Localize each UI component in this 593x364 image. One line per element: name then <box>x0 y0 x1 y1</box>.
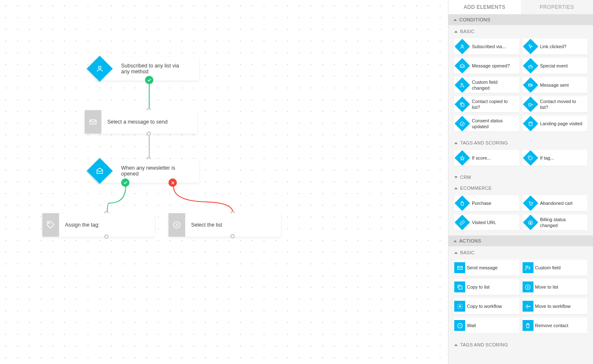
cond-message-opened[interactable]: Message opened? <box>454 58 519 74</box>
act-remove-contact[interactable]: Remove contact <box>523 318 588 333</box>
chevron-up-icon <box>454 252 458 254</box>
connector-dot[interactable] <box>230 234 235 238</box>
arrow-circle-icon <box>523 281 533 292</box>
check-circle-icon <box>455 116 470 132</box>
page-icon <box>523 116 538 132</box>
cond-if-score[interactable]: If score... <box>454 150 519 166</box>
act-move-list[interactable]: Move to list <box>523 279 588 295</box>
svg-point-8 <box>461 83 463 85</box>
node-select-message[interactable]: Select a message to send <box>85 110 197 134</box>
cond-consent[interactable]: Consent status updated <box>454 116 519 132</box>
envelope-icon <box>85 110 101 134</box>
cond-subscribed[interactable]: Subscribed via... <box>454 39 519 54</box>
gear-copy-icon <box>454 301 465 312</box>
move-icon <box>523 97 538 112</box>
cursor-icon <box>523 39 538 54</box>
svg-rect-13 <box>529 122 532 126</box>
envelope-open-icon <box>87 158 113 184</box>
svg-point-6 <box>461 45 463 46</box>
act-send-message[interactable]: Send message <box>454 260 519 276</box>
act-custom-field[interactable]: Custom field <box>523 260 588 276</box>
cond-special-event[interactable]: Special event <box>523 58 588 74</box>
cond-landing-page[interactable]: Landing page visited <box>523 116 588 132</box>
subsection-crm[interactable]: CRM <box>448 171 593 182</box>
cond-copied-to-list[interactable]: Contact copied to list? <box>454 96 519 112</box>
user-list-icon <box>523 262 533 273</box>
check-icon <box>121 178 129 187</box>
section-actions[interactable]: ACTIONS <box>448 235 593 246</box>
trash-icon <box>523 320 533 331</box>
tab-add-elements[interactable]: ADD ELEMENTS <box>448 0 521 14</box>
cond-if-tag[interactable]: If tag... <box>523 150 588 166</box>
node-select-list[interactable]: Select the list <box>168 213 281 237</box>
subsection-actions-basic[interactable]: BASIC <box>448 246 593 257</box>
subsection-basic[interactable]: BASIC <box>448 25 593 36</box>
svg-rect-10 <box>461 103 464 106</box>
svg-point-5 <box>174 222 180 228</box>
clock-icon <box>454 320 465 331</box>
svg-rect-21 <box>459 286 462 289</box>
node-label: Subscribed to any list via any method <box>115 63 191 75</box>
chevron-up-icon <box>453 240 457 242</box>
node-label: Select the list <box>185 222 228 228</box>
cond-link-clicked[interactable]: Link clicked? <box>523 39 588 54</box>
connector-dot[interactable] <box>104 235 109 239</box>
subsection-ecommerce[interactable]: ECOMMERCE <box>448 182 593 193</box>
user-edit-icon <box>455 77 470 93</box>
cart-icon <box>523 196 538 211</box>
svg-point-12 <box>460 121 464 126</box>
workflow-canvas[interactable]: Subscribed to any list via any method Se… <box>0 0 448 364</box>
sidebar: ADD ELEMENTS PROPERTIES CONDITIONS BASIC… <box>448 0 593 364</box>
tab-properties[interactable]: PROPERTIES <box>521 0 593 14</box>
connector-dot[interactable] <box>147 132 151 136</box>
cond-visited-url[interactable]: Visited URL <box>454 214 519 230</box>
svg-point-15 <box>529 157 529 157</box>
act-move-workflow[interactable]: Move to workflow <box>523 298 588 314</box>
chevron-up-icon <box>454 142 458 144</box>
chevron-up-icon <box>454 31 458 33</box>
section-conditions[interactable]: CONDITIONS <box>448 14 593 25</box>
node-newsletter-opened[interactable]: When any newsletter is opened <box>95 159 199 183</box>
act-wait[interactable]: Wait <box>454 318 519 333</box>
user-icon <box>455 39 470 54</box>
envelope-send-icon <box>523 77 538 93</box>
svg-point-24 <box>526 305 528 307</box>
close-icon <box>168 178 177 187</box>
chevron-down-icon <box>454 176 458 178</box>
envelope-open-icon <box>455 58 470 74</box>
copy-icon <box>455 97 470 112</box>
tag-icon <box>523 150 538 166</box>
cond-abandoned-cart[interactable]: Abandoned cart <box>523 195 588 211</box>
cond-purchase[interactable]: Purchase <box>454 195 519 211</box>
svg-point-4 <box>49 223 50 224</box>
svg-rect-11 <box>528 103 531 106</box>
cond-billing-status[interactable]: Billing status changed <box>523 214 588 230</box>
link-icon <box>455 215 470 230</box>
tabs: ADD ELEMENTS PROPERTIES <box>448 0 593 14</box>
bag-icon <box>455 196 470 211</box>
envelope-icon <box>454 262 465 273</box>
cond-message-sent[interactable]: Message sent <box>523 77 588 93</box>
dollar-icon <box>523 215 538 230</box>
svg-point-16 <box>530 205 530 205</box>
chevron-up-icon <box>454 187 458 189</box>
svg-point-17 <box>531 205 532 205</box>
cake-icon <box>523 58 538 74</box>
svg-point-0 <box>98 66 101 69</box>
node-label: Assign the tag: <box>59 222 106 228</box>
subsection-tags-scoring[interactable]: TAGS AND SCORING <box>448 137 593 147</box>
user-icon <box>87 56 113 82</box>
svg-point-23 <box>459 305 461 307</box>
node-assign-tag[interactable]: Assign the tag: <box>42 213 155 237</box>
node-label: When any newsletter is opened <box>115 165 191 177</box>
cond-custom-field[interactable]: Custom field changed <box>454 77 519 93</box>
svg-point-22 <box>526 284 530 289</box>
act-copy-list[interactable]: Copy to list <box>454 279 519 295</box>
subsection-actions-tags-scoring[interactable]: TAGS AND SCORING <box>448 338 593 349</box>
star-icon <box>455 150 470 166</box>
svg-point-20 <box>526 266 528 268</box>
arrow-right-circle-icon <box>168 213 185 237</box>
cond-moved-to-list[interactable]: Contact moved to list? <box>523 96 588 112</box>
chevron-up-icon <box>454 344 458 346</box>
act-copy-workflow[interactable]: Copy to workflow <box>454 298 519 314</box>
